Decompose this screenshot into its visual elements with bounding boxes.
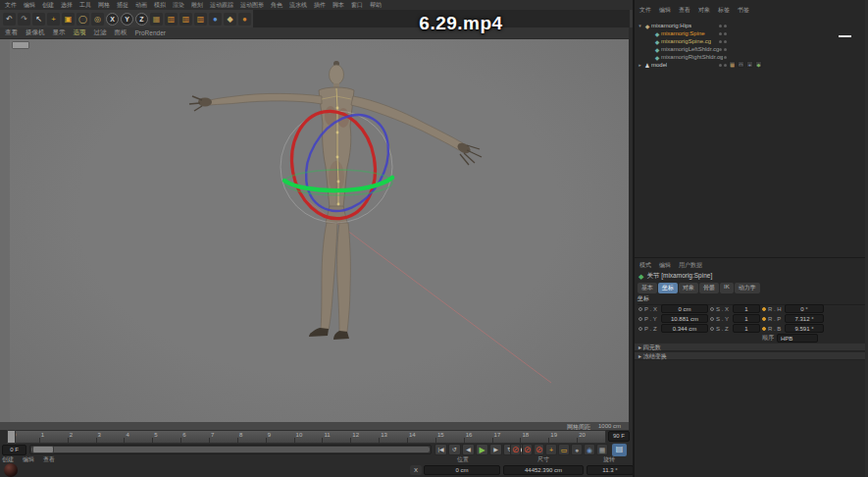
object-manager-menu-item[interactable]: 查看 <box>679 6 690 15</box>
expander-icon[interactable]: ▸ <box>637 62 643 68</box>
spline-pen-icon[interactable]: ◆ <box>224 13 236 26</box>
timeline-tick[interactable]: 4 <box>124 431 152 443</box>
autokey-icon[interactable]: ▭ <box>558 444 570 455</box>
object-label[interactable]: mixamorigSpine.cg <box>661 38 711 44</box>
lock-y-axis-icon[interactable]: Y <box>121 13 133 26</box>
timeline-tick[interactable]: 10 <box>294 431 323 443</box>
freeze-transform-section[interactable]: ▸ 冻结变换 <box>635 352 868 360</box>
timeline-range-handle[interactable] <box>32 446 54 453</box>
skin-tag-icon[interactable]: ◆ <box>755 61 762 68</box>
generator-icon[interactable]: ● <box>238 13 251 26</box>
scale-tool-icon[interactable]: ▣ <box>62 13 75 26</box>
order-dropdown[interactable]: HPB <box>777 334 818 343</box>
timeline-tick[interactable]: 16 <box>464 431 492 443</box>
timeline-ruler[interactable]: 01234567891011121314151617181920 <box>10 430 606 444</box>
attribute-tab[interactable]: 对象 <box>679 283 698 293</box>
render-view-icon[interactable]: ▥ <box>165 13 178 26</box>
object-row[interactable]: ◆ mixamorig:Spine <box>635 29 782 37</box>
lock-z-axis-icon[interactable]: Z <box>135 13 148 26</box>
timeline-tick[interactable]: 20 <box>577 431 605 443</box>
attribute-menu-item[interactable]: 模式 <box>639 261 651 270</box>
anim-dot-sx[interactable] <box>710 307 714 311</box>
py-field[interactable]: 10.881 cm <box>661 314 708 323</box>
menu-item[interactable]: 窗口 <box>351 1 363 10</box>
rotate-tool-icon[interactable]: ◯ <box>77 13 89 26</box>
material-thumbnail[interactable] <box>4 463 18 477</box>
primitive-cube-icon[interactable]: ● <box>209 13 222 26</box>
object-manager-menu-item[interactable]: 对象 <box>698 6 710 15</box>
sz-field[interactable]: 1 <box>733 324 760 333</box>
timeline-tick[interactable]: 13 <box>379 431 407 443</box>
object-label[interactable]: mixamorigLeftShldr.cg <box>661 46 719 52</box>
point-level-animation-icon[interactable]: ● <box>571 444 583 455</box>
perspective-viewport[interactable] <box>10 39 629 422</box>
record-rotation-disabled-icon[interactable]: ⊘ <box>534 444 544 455</box>
timeline-tick[interactable]: 8 <box>237 431 266 443</box>
timeline-tick[interactable]: 2 <box>68 431 96 443</box>
anim-dot-sy[interactable] <box>710 317 714 321</box>
keyframe-selection-icon[interactable]: ▦ <box>596 444 608 455</box>
coordinate-system-icon[interactable]: ▦ <box>150 13 163 26</box>
live-selection-icon[interactable]: ↖ <box>32 13 45 26</box>
attribute-menu-item[interactable]: 用户数据 <box>679 261 702 270</box>
menu-item[interactable]: 网格 <box>98 1 110 10</box>
timeline-scrollbar[interactable] <box>29 445 432 454</box>
timeline-tick[interactable]: 17 <box>492 431 521 443</box>
quaternion-section[interactable]: ▸ 四元数 <box>635 344 868 351</box>
timeline-tick[interactable]: 7 <box>209 431 237 443</box>
object-manager-menu-item[interactable]: 书签 <box>738 6 749 15</box>
timeline-tick[interactable]: 1 <box>39 431 68 443</box>
object-label[interactable]: mixamorigRightShldr.cg <box>661 54 723 60</box>
object-manager-menu-item[interactable]: 文件 <box>639 6 651 15</box>
visibility-dots[interactable] <box>719 64 727 67</box>
menu-item[interactable]: 工具 <box>79 1 91 10</box>
object-manager-menu-item[interactable]: 编辑 <box>659 6 671 15</box>
timeline-tick[interactable]: 12 <box>350 431 379 443</box>
timeline-tick[interactable]: 9 <box>266 431 294 443</box>
object-label[interactable]: mixamorig:Spine <box>661 30 705 36</box>
previous-key-button[interactable]: ↺ <box>448 444 461 455</box>
record-keyframe-icon[interactable]: + <box>545 444 557 455</box>
texture-tag-icon[interactable]: ▦ <box>729 61 736 68</box>
object-label[interactable]: model <box>651 62 667 68</box>
panel-divider-handle[interactable] <box>839 35 851 37</box>
anim-dot-rb[interactable] <box>762 327 766 331</box>
menu-item[interactable]: 创建 <box>42 1 54 10</box>
record-scale-disabled-icon[interactable]: ⊘ <box>522 444 533 455</box>
attribute-tab[interactable]: 基本 <box>638 283 657 293</box>
viewport-menu-item[interactable]: 面板 <box>115 28 128 37</box>
viewport-menu-item[interactable]: ProRender <box>135 29 166 36</box>
menu-item[interactable]: 动画 <box>135 1 147 10</box>
object-row[interactable]: ◆ mixamorigLeftShldr.cg <box>635 45 782 53</box>
go-to-start-button[interactable]: |◀ <box>434 444 447 455</box>
attribute-tab[interactable]: 骨骼 <box>699 283 719 293</box>
sy-field[interactable]: 1 <box>733 314 760 323</box>
menu-item[interactable]: 渲染 <box>173 1 184 10</box>
size-column-header[interactable]: 尺寸 <box>502 455 585 464</box>
timeline-playhead[interactable] <box>7 430 16 444</box>
move-tool-icon[interactable]: + <box>47 13 60 26</box>
rp-field[interactable]: 7.312 ° <box>785 314 824 323</box>
viewport-menu-item[interactable]: 选项 <box>74 28 86 37</box>
menu-item[interactable]: 脚本 <box>332 1 344 10</box>
attribute-tab[interactable]: IK <box>720 283 734 293</box>
expander-icon[interactable]: ▾ <box>637 23 643 28</box>
timeline-tick[interactable]: 18 <box>520 431 548 443</box>
viewport-menu-item[interactable]: 显示 <box>53 28 66 37</box>
menu-item[interactable]: 捕捉 <box>117 1 128 10</box>
current-frame-field[interactable]: 0 F <box>2 445 26 455</box>
position-x-field[interactable]: 0 cm <box>424 465 500 475</box>
menu-item[interactable]: 流水线 <box>289 1 307 10</box>
anim-dot-rh[interactable] <box>762 307 766 311</box>
record-position-disabled-icon[interactable]: ⊘ <box>510 444 521 455</box>
visibility-dots[interactable] <box>719 56 727 59</box>
menu-item[interactable]: 插件 <box>314 1 326 10</box>
attribute-menu-item[interactable]: 编辑 <box>659 261 671 270</box>
timeline-range-bar[interactable] <box>31 447 430 452</box>
menu-item[interactable]: 雕刻 <box>191 1 203 10</box>
attribute-tab[interactable]: 动力学 <box>735 283 760 293</box>
visibility-dots[interactable] <box>719 48 727 51</box>
viewport-menu-item[interactable]: 摄像机 <box>26 28 45 37</box>
timeline-tick[interactable]: 6 <box>180 431 209 443</box>
pz-field[interactable]: 0.344 cm <box>661 324 708 333</box>
